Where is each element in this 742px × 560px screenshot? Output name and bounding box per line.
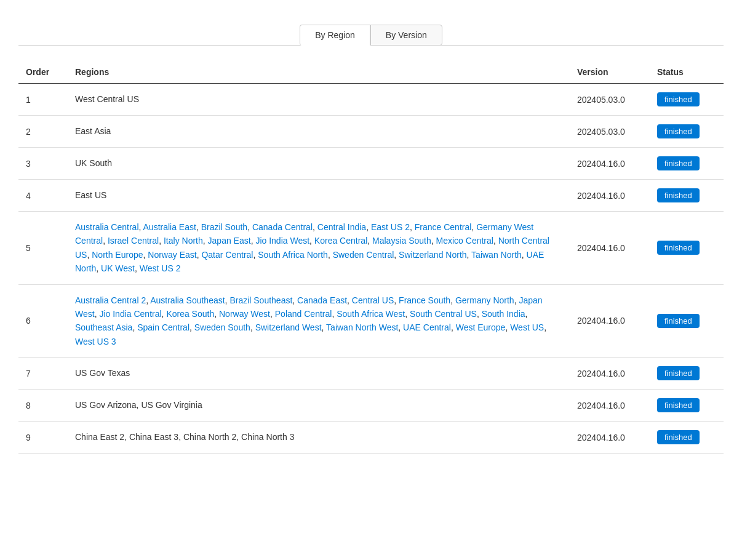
region-link[interactable]: Brazil Southeast [229, 295, 292, 305]
cell-order: 1 [18, 84, 68, 116]
region-link[interactable]: Southeast Asia [75, 322, 132, 332]
tabs-container: By Region By Version [18, 25, 724, 46]
region-link[interactable]: Australia Southeast [150, 295, 225, 305]
cell-regions: China East 2, China East 3, China North … [68, 422, 570, 454]
region-link[interactable]: Mexico Central [436, 236, 493, 246]
status-badge: finished [657, 430, 700, 444]
cell-version: 202404.16.0 [570, 148, 650, 180]
table-row: 3UK South202404.16.0finished [18, 148, 724, 180]
region-link[interactable]: Germany North [455, 295, 514, 305]
cell-regions: West Central US [68, 84, 570, 116]
cell-regions: US Gov Texas [68, 358, 570, 390]
region-link[interactable]: Israel Central [108, 236, 159, 246]
table-container: Order Regions Version Status 1West Centr… [18, 61, 724, 454]
region-text: , [522, 250, 527, 260]
region-link[interactable]: Korea South [166, 309, 214, 319]
tab-by-version[interactable]: By Version [370, 25, 442, 46]
region-link[interactable]: Canada East [297, 295, 347, 305]
region-link[interactable]: East US 2 [371, 222, 410, 232]
region-link[interactable]: Australia Central [75, 222, 139, 232]
region-link[interactable]: West US [510, 322, 544, 332]
region-text: , [189, 322, 194, 332]
cell-status: finished [650, 422, 724, 454]
cell-order: 9 [18, 422, 68, 454]
cell-regions: East US [68, 180, 570, 212]
cell-status: finished [650, 212, 724, 285]
cell-regions: UK South [68, 148, 570, 180]
header-status: Status [650, 61, 724, 84]
region-link[interactable]: South Africa North [258, 250, 328, 260]
region-text: , [525, 309, 528, 319]
region-link[interactable]: Korea Central [314, 236, 367, 246]
region-link[interactable]: Italy North [164, 236, 203, 246]
region-link[interactable]: France South [399, 295, 450, 305]
region-link[interactable]: Central US [352, 295, 394, 305]
region-text: US Gov Texas [75, 368, 130, 378]
region-text: , [477, 309, 482, 319]
region-link[interactable]: Malaysia South [372, 236, 431, 246]
region-link[interactable]: UAE Central [403, 322, 451, 332]
region-link[interactable]: Taiwan North West [326, 322, 398, 332]
tab-divider [18, 45, 724, 46]
region-text: , [292, 295, 297, 305]
cell-version: 202405.03.0 [570, 116, 650, 148]
region-link[interactable]: Jio India Central [99, 309, 161, 319]
region-text: US Gov Virginia [141, 400, 202, 410]
region-link[interactable]: Central India [317, 222, 366, 232]
region-link[interactable]: France Central [415, 222, 472, 232]
cell-version: 202405.03.0 [570, 84, 650, 116]
region-link[interactable]: Poland Central [275, 309, 332, 319]
status-badge: finished [657, 124, 700, 138]
region-link[interactable]: UK West [101, 263, 135, 273]
region-link[interactable]: West US 2 [140, 263, 181, 273]
cell-version: 202404.16.0 [570, 358, 650, 390]
region-text: East Asia [75, 126, 111, 136]
region-text: , [214, 309, 219, 319]
region-link[interactable]: Switzerland North [399, 250, 467, 260]
region-link[interactable]: Canada Central [252, 222, 313, 232]
region-link[interactable]: Jio India West [255, 236, 309, 246]
region-text: , [471, 222, 476, 232]
table-row: 5Australia Central, Australia East, Braz… [18, 212, 724, 285]
header-version: Version [570, 61, 650, 84]
cell-regions: US Gov Arizona, US Gov Virginia [68, 390, 570, 422]
region-text: , [196, 222, 201, 232]
region-text: UK South [75, 158, 112, 168]
release-order-table: Order Regions Version Status 1West Centr… [18, 61, 724, 454]
region-link[interactable]: Switzerland West [255, 322, 322, 332]
region-link[interactable]: Australia East [143, 222, 196, 232]
region-text: , [270, 309, 275, 319]
status-badge: finished [657, 92, 700, 106]
status-badge: finished [657, 156, 700, 170]
cell-order: 4 [18, 180, 68, 212]
region-link[interactable]: Qatar Central [201, 250, 253, 260]
region-link[interactable]: South India [482, 309, 525, 319]
region-link[interactable]: West Europe [456, 322, 506, 332]
region-link[interactable]: Taiwan North [471, 250, 522, 260]
region-text: , [250, 322, 255, 332]
region-link[interactable]: Brazil South [201, 222, 247, 232]
region-text: , [313, 222, 317, 232]
region-link[interactable]: Norway East [148, 250, 196, 260]
tab-by-region[interactable]: By Region [300, 25, 370, 46]
region-text: , [96, 263, 101, 273]
region-link[interactable]: South Africa West [337, 309, 405, 319]
region-link[interactable]: Norway West [219, 309, 270, 319]
region-text: , [328, 250, 333, 260]
region-text: , [135, 263, 140, 273]
table-row: 1West Central US202405.03.0finished [18, 84, 724, 116]
region-link[interactable]: Sweden Central [333, 250, 394, 260]
region-text: , [309, 236, 314, 246]
region-link[interactable]: Sweden South [194, 322, 250, 332]
region-link[interactable]: Spain Central [137, 322, 189, 332]
region-link[interactable]: West US 3 [75, 337, 116, 346]
region-link[interactable]: Australia Central 2 [75, 295, 146, 305]
region-link[interactable]: Japan East [208, 236, 251, 246]
region-link[interactable]: North Europe [92, 250, 143, 260]
region-text: , [394, 250, 399, 260]
region-text: , [544, 322, 546, 332]
region-text: , [410, 222, 415, 232]
region-link[interactable]: South Central US [410, 309, 477, 319]
cell-order: 8 [18, 390, 68, 422]
status-badge: finished [657, 188, 700, 202]
